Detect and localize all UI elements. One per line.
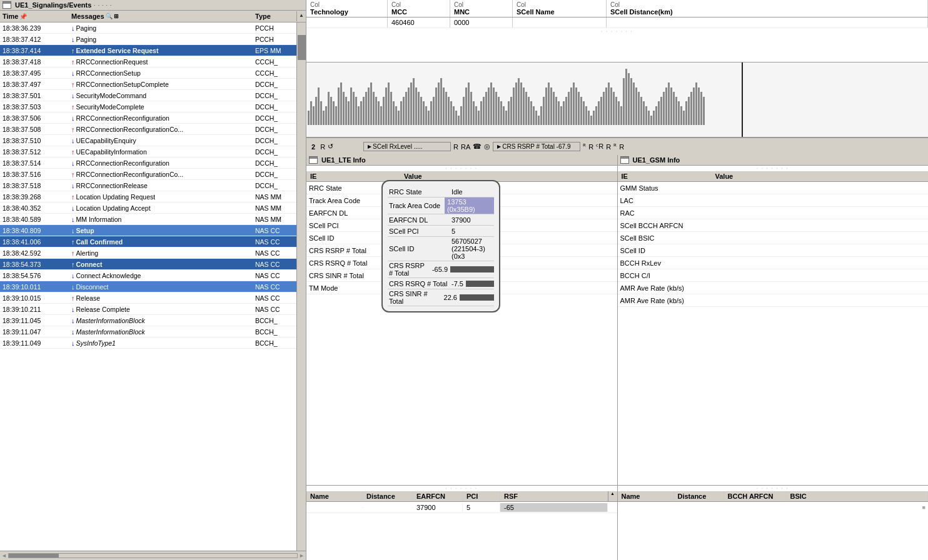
msg-row[interactable]: 18:39:11.049 ↓ SysInfoType1 BCCH_ xyxy=(0,338,296,349)
gsm-ie-name: BCCH C/I xyxy=(618,271,712,281)
scell-rxlevel-btn[interactable]: ▶ SCell RxLevel ..... xyxy=(363,142,451,151)
chart-bar xyxy=(703,97,705,125)
msg-row[interactable]: 18:38:40.809 ↓ Setup NAS CC xyxy=(0,225,296,236)
msg-name: ↓ Disconnect xyxy=(69,282,253,291)
msg-row[interactable]: 18:38:37.510 ↓ UECapabilityEnquiry DCCH_ xyxy=(0,135,296,146)
msg-row[interactable]: 18:39:10.211 ↓ Release Complete NAS CC xyxy=(0,304,296,315)
msg-type: DCCH_ xyxy=(253,136,296,145)
msg-row[interactable]: 18:38:36.239 ↓ Paging PCCH xyxy=(0,22,296,34)
chart-icon-r7: R xyxy=(619,143,624,151)
msg-row[interactable]: 18:38:40.352 ↓ Location Updating Accept … xyxy=(0,202,296,214)
msg-time: 18:38:37.506 xyxy=(0,114,69,122)
chart-bar xyxy=(540,106,542,125)
msg-row[interactable]: 18:38:37.412 ↓ Paging PCCH xyxy=(0,34,296,45)
msg-row[interactable]: 18:38:37.501 ↓ SecurityModeCommand DCCH_ xyxy=(0,90,296,101)
msg-row[interactable]: 18:39:11.047 ↓ MasterInformationBlock BC… xyxy=(0,326,296,338)
chart-bar xyxy=(458,116,460,125)
resize-handle[interactable]: · · · · · xyxy=(94,2,112,8)
chart-bar xyxy=(650,116,652,125)
msg-row[interactable]: 18:39:11.045 ↓ MasterInformationBlock BC… xyxy=(0,315,296,326)
msg-time: 18:38:37.508 xyxy=(0,125,69,134)
msg-row[interactable]: 18:38:37.506 ↓ RRCConnectionReconfigurat… xyxy=(0,112,296,124)
msg-row[interactable]: 18:38:37.414 ↑ Extended Service Request … xyxy=(0,45,296,56)
msg-time: 18:39:11.045 xyxy=(0,316,69,325)
hscroll-track[interactable] xyxy=(8,553,298,558)
scrollbar-thumb[interactable] xyxy=(298,35,306,60)
msg-list-container: 18:38:36.239 ↓ Paging PCCH 18:38:37.412 … xyxy=(0,22,306,551)
chart-bar xyxy=(525,92,527,125)
msg-row[interactable]: 18:38:37.508 ↑ RRCConnectionReconfigurat… xyxy=(0,124,296,135)
chart-bar xyxy=(503,106,505,125)
vertical-scrollbar[interactable] xyxy=(296,22,306,551)
msg-row[interactable]: 18:38:37.512 ↑ UECapabilityInformation D… xyxy=(0,146,296,158)
direction-arrow: ↑ xyxy=(71,238,75,246)
popup-row-rsrp: CRS RSRP # Total -65.9 xyxy=(388,261,494,278)
msg-row[interactable]: 18:38:37.514 ↓ RRCConnectionReconfigurat… xyxy=(0,158,296,169)
chart-bar xyxy=(640,97,642,125)
left-panel: UE1_Signalings/Events · · · · · Time 📌 M… xyxy=(0,0,306,560)
msg-type: DCCH_ xyxy=(253,181,296,190)
chart-bar xyxy=(443,88,445,125)
chart-bar xyxy=(673,92,675,125)
chart-bar xyxy=(575,88,577,125)
msg-row[interactable]: 18:38:40.589 ↓ MM Information NAS MM xyxy=(0,214,296,225)
chart-bar xyxy=(495,92,497,125)
chart-bar xyxy=(613,92,615,125)
msg-time: 18:38:40.352 xyxy=(0,204,69,212)
chart-bar xyxy=(370,82,372,125)
scroll-up-arrow[interactable]: ▲ xyxy=(299,12,304,18)
scroll-up-btn[interactable]: ▲ xyxy=(296,11,306,21)
gsm-ie-name: RAC xyxy=(618,208,712,218)
scroll-right-arrow[interactable]: ► xyxy=(299,552,305,559)
chart-bar xyxy=(535,111,537,125)
chart-bar xyxy=(405,92,407,125)
chart-bar xyxy=(588,111,590,125)
horizontal-scrollbar[interactable]: ◄ ► xyxy=(0,551,306,560)
msg-row[interactable]: 18:39:10.015 ↑ Release NAS CC xyxy=(0,292,296,304)
chart-bar xyxy=(388,82,390,125)
chart-bar xyxy=(675,97,677,125)
grid-icon[interactable]: ⊞ xyxy=(114,13,119,19)
msg-type: NAS MM xyxy=(253,215,296,224)
msg-row[interactable]: 18:38:37.503 ↑ SecurityModeComplete DCCH… xyxy=(0,101,296,112)
msg-row[interactable]: 18:38:37.516 ↑ RRCConnectionReconfigurat… xyxy=(0,169,296,180)
msg-row[interactable]: 18:38:37.495 ↓ RRCConnectionSetup CCCH_ xyxy=(0,68,296,79)
popup-row-pci: SCell PCI 5 xyxy=(388,226,494,237)
msg-time: 18:38:36.239 xyxy=(0,24,69,32)
msg-row[interactable]: 18:38:37.497 ↑ RRCConnectionSetupComplet… xyxy=(0,79,296,90)
popup-row-earfcn: EARFCN DL 37900 xyxy=(388,214,494,226)
chart-bar xyxy=(345,97,347,125)
chart-bar xyxy=(678,101,680,125)
msg-row[interactable]: 18:38:37.518 ↓ RRCConnectionRelease DCCH… xyxy=(0,180,296,191)
chart-bar xyxy=(395,106,397,125)
chart-bar xyxy=(408,88,410,125)
msg-name: ↑ Release xyxy=(69,294,253,302)
msg-time: 18:38:37.512 xyxy=(0,148,69,156)
nb-scroll-top[interactable]: ▲ xyxy=(608,491,617,501)
gsm-info-table: GMM Status LAC RAC SCell BCCH ARFCN SCel… xyxy=(618,182,929,485)
msg-row[interactable]: 18:38:39.268 ↑ Location Updating Request… xyxy=(0,191,296,202)
msg-type: BCCH_ xyxy=(253,339,296,348)
msg-row[interactable]: 18:38:37.418 ↑ RRCConnectionRequest CCCH… xyxy=(0,56,296,68)
scroll-left-arrow[interactable]: ◄ xyxy=(1,552,7,559)
msg-row[interactable]: 18:38:54.373 ↑ Connect NAS CC xyxy=(0,259,296,270)
chart-bar xyxy=(700,92,702,125)
chart-bar xyxy=(393,101,395,125)
msg-row[interactable]: 18:39:10.011 ↓ Disconnect NAS CC xyxy=(0,281,296,292)
hscroll-thumb[interactable] xyxy=(9,554,59,558)
msg-name: ↑ Connect xyxy=(69,260,253,269)
gsm-nb-name-col: Name xyxy=(618,491,674,501)
chart-bar xyxy=(580,97,582,125)
msg-row[interactable]: 18:38:54.576 ↓ Connect Acknowledge NAS C… xyxy=(0,270,296,281)
lte-neighbor-panel: · · · · · · · Name Distance EARFCN PCI R… xyxy=(306,486,618,560)
msg-row[interactable]: 18:38:42.592 ↑ Alerting NAS CC xyxy=(0,248,296,259)
crs-rsrp-btn[interactable]: ▶ CRS RSRP # Total -67.9 xyxy=(493,142,580,151)
msg-row[interactable]: 18:38:41.006 ↑ Call Confirmed NAS CC xyxy=(0,236,296,248)
chart-bar xyxy=(450,101,452,125)
resize-dots-lte-nb: · · · · · · · xyxy=(306,486,617,491)
chart-bar xyxy=(355,97,357,125)
search-icon[interactable]: 🔍 xyxy=(106,13,113,19)
chart-bar xyxy=(645,106,647,125)
chart-bar xyxy=(635,88,637,125)
chart-bar xyxy=(448,97,450,125)
